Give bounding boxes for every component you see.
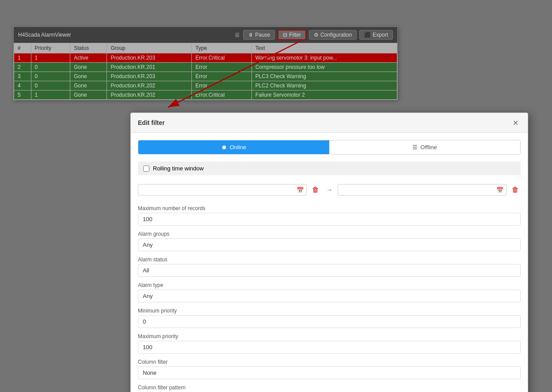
alarm-status-input[interactable]	[138, 264, 521, 277]
modal-header: Edit filter ✕	[131, 113, 528, 133]
end-date-delete-button[interactable]: 🗑	[510, 185, 521, 195]
alarm-status-label: Alarm status	[138, 256, 521, 263]
max-priority-input[interactable]	[138, 341, 521, 354]
start-date-input[interactable]	[138, 184, 307, 196]
column-filter-pattern-group: Column filter pattern	[138, 384, 521, 392]
rolling-time-window-label: Rolling time window	[153, 165, 204, 172]
alarm-type-label: Alarm type	[138, 282, 521, 288]
min-priority-label: Minimum priority	[138, 308, 521, 314]
min-priority-input[interactable]	[138, 315, 521, 328]
min-priority-group: Minimum priority	[138, 308, 521, 328]
start-date-calendar-button[interactable]: 📅	[295, 186, 306, 194]
max-priority-group: Maximum priority	[138, 333, 521, 354]
date-range-arrow-button[interactable]: →	[324, 185, 334, 194]
delete-icon-2: 🗑	[512, 186, 519, 193]
calendar-icon-2: 📅	[496, 187, 504, 193]
alarm-groups-label: Alarm groups	[138, 231, 521, 237]
offline-tab[interactable]: ☰ Offline	[329, 140, 520, 154]
max-records-group: Maximum number of records	[138, 205, 521, 226]
column-filter-group: Column filter	[138, 359, 521, 379]
end-date-group: 📅	[338, 184, 506, 196]
start-date-delete-button[interactable]: 🗑	[310, 185, 321, 195]
rolling-time-window-checkbox[interactable]	[143, 166, 149, 172]
modal-body: ⏺ Online ☰ Offline Rolling time window 📅…	[131, 133, 528, 392]
start-date-group: 📅	[138, 184, 307, 196]
column-filter-label: Column filter	[138, 359, 521, 365]
edit-filter-modal: Edit filter ✕ ⏺ Online ☰ Offline Rolling…	[130, 113, 528, 392]
column-filter-pattern-label: Column filter pattern	[138, 384, 521, 391]
delete-icon: 🗑	[312, 186, 319, 193]
alarm-groups-input[interactable]	[138, 238, 521, 251]
end-date-input[interactable]	[338, 184, 506, 196]
offline-icon: ☰	[412, 144, 418, 151]
max-records-label: Maximum number of records	[138, 205, 521, 211]
alarm-groups-group: Alarm groups	[138, 231, 521, 251]
alarm-type-group: Alarm type	[138, 282, 521, 302]
max-records-input[interactable]	[138, 213, 521, 226]
online-tab[interactable]: ⏺ Online	[138, 140, 329, 154]
calendar-icon: 📅	[297, 187, 304, 193]
date-range-row: 📅 🗑 → 📅 🗑	[138, 181, 521, 198]
arrow-right-icon: →	[326, 186, 332, 193]
max-priority-label: Maximum priority	[138, 333, 521, 339]
online-icon: ⏺	[221, 144, 227, 151]
end-date-calendar-button[interactable]: 📅	[495, 186, 506, 194]
mode-tabs: ⏺ Online ☰ Offline	[138, 140, 521, 155]
rolling-time-window-row: Rolling time window	[138, 162, 521, 175]
alarm-type-input[interactable]	[138, 290, 521, 302]
column-filter-input[interactable]	[138, 366, 521, 379]
modal-title: Edit filter	[138, 119, 165, 126]
alarm-status-group: Alarm status	[138, 256, 521, 277]
modal-close-x-button[interactable]: ✕	[510, 117, 521, 128]
